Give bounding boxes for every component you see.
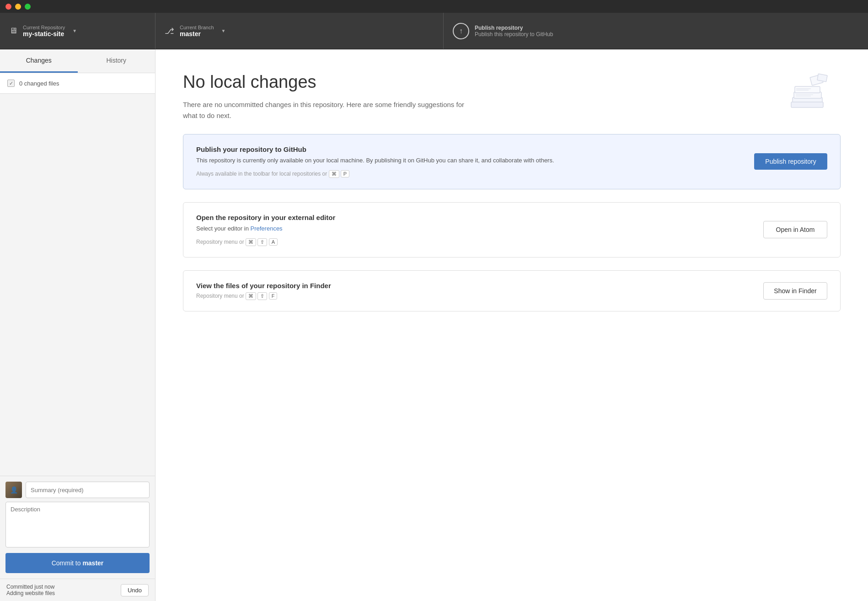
status-bar: Committed just now Adding website files … <box>0 579 155 601</box>
publish-info: Publish repository Publish this reposito… <box>475 25 553 38</box>
publish-icon: ↑ <box>453 23 469 39</box>
commit-button[interactable]: Commit to master <box>5 553 150 573</box>
main-content: No local changes There are no uncommitte… <box>155 49 868 601</box>
svg-rect-5 <box>817 74 827 81</box>
editor-card: Open the repository in your external edi… <box>183 202 841 258</box>
illustration <box>786 72 841 120</box>
select-all-checkbox[interactable]: ✓ <box>7 80 15 87</box>
no-changes-desc: There are no uncommitted changes in this… <box>183 99 476 121</box>
finder-card: View the files of your repository in Fin… <box>183 270 841 311</box>
commit-status: Committed just now Adding website files <box>6 584 55 596</box>
undo-button[interactable]: Undo <box>121 584 149 596</box>
publish-desc: Publish this repository to GitHub <box>475 31 553 38</box>
show-in-finder-button[interactable]: Show in Finder <box>763 282 827 300</box>
editor-card-title: Open the repository in your external edi… <box>196 214 754 221</box>
publish-repo-button[interactable]: Publish repository <box>754 153 827 170</box>
preferences-link[interactable]: Preferences <box>251 225 283 232</box>
finder-kbd1: ⌘ <box>246 292 256 300</box>
publish-card-content: Publish your repository to GitHub This r… <box>196 145 745 178</box>
editor-card-hint: Repository menu or ⌘ ⇧ A <box>196 238 754 246</box>
finder-card-content: View the files of your repository in Fin… <box>196 282 754 300</box>
finder-card-title: View the files of your repository in Fin… <box>196 282 754 290</box>
publish-title: Publish repository <box>475 25 553 31</box>
toolbar: 🖥 Current Repository my-static-site ▼ ⎇ … <box>0 13 868 49</box>
commit-area: 👤 Commit to master <box>0 476 155 579</box>
description-textarea[interactable] <box>5 502 150 547</box>
close-button[interactable] <box>5 4 11 10</box>
publish-card-title: Publish your repository to GitHub <box>196 145 745 153</box>
titlebar <box>0 0 868 13</box>
publish-card-hint: Always available in the toolbar for loca… <box>196 170 745 178</box>
branch-label: Current Branch <box>180 25 214 30</box>
minimize-button[interactable] <box>15 4 21 10</box>
commit-message: Adding website files <box>6 590 55 596</box>
current-repo-section[interactable]: 🖥 Current Repository my-static-site ▼ <box>0 13 155 49</box>
avatar: 👤 <box>5 482 22 498</box>
repo-info: Current Repository my-static-site <box>23 25 65 38</box>
branch-chevron-icon: ▼ <box>221 28 226 33</box>
editor-kbd2: ⇧ <box>257 238 267 246</box>
current-branch-section[interactable]: ⎇ Current Branch master ▼ <box>155 13 444 49</box>
sidebar-tabs: Changes History <box>0 49 155 73</box>
finder-kbd2: ⇧ <box>257 292 267 300</box>
tab-changes[interactable]: Changes <box>0 49 78 73</box>
sidebar: Changes History ✓ 0 changed files 👤 <box>0 49 155 601</box>
repo-chevron-icon: ▼ <box>72 28 77 33</box>
commit-time: Committed just now <box>6 584 55 590</box>
svg-rect-3 <box>795 86 820 93</box>
open-in-atom-button[interactable]: Open in Atom <box>763 221 827 238</box>
commit-branch-name: master <box>82 559 103 567</box>
summary-input[interactable] <box>26 482 150 498</box>
changed-files-count: 0 changed files <box>19 80 59 87</box>
repo-name: my-static-site <box>23 30 65 38</box>
finder-kbd3: F <box>269 292 278 300</box>
editor-card-desc: Select your editor in Preferences <box>196 224 754 234</box>
publish-card-desc: This repository is currently only availa… <box>196 156 745 166</box>
publish-card: Publish your repository to GitHub This r… <box>183 134 841 189</box>
branch-info: Current Branch master <box>180 25 214 38</box>
main-layout: Changes History ✓ 0 changed files 👤 <box>0 49 868 601</box>
tab-history[interactable]: History <box>78 49 155 73</box>
editor-kbd3: A <box>269 238 278 246</box>
commit-summary-row: 👤 <box>5 482 150 498</box>
no-changes-title: No local changes <box>183 72 841 92</box>
editor-card-content: Open the repository in your external edi… <box>196 214 754 246</box>
branch-name: master <box>180 30 214 38</box>
repo-icon: 🖥 <box>9 26 17 36</box>
maximize-button[interactable] <box>25 4 31 10</box>
publish-repo-section[interactable]: ↑ Publish repository Publish this reposi… <box>444 13 868 49</box>
finder-card-hint: Repository menu or ⌘ ⇧ F <box>196 292 754 300</box>
repo-label: Current Repository <box>23 25 65 30</box>
publish-kbd2: P <box>341 170 349 177</box>
editor-kbd1: ⌘ <box>246 238 256 246</box>
changed-files-row: ✓ 0 changed files <box>0 73 155 94</box>
files-list-area <box>0 94 155 476</box>
svg-rect-2 <box>791 102 823 107</box>
branch-icon: ⎇ <box>165 26 174 36</box>
commit-button-label: Commit to master <box>52 559 104 567</box>
publish-kbd1: ⌘ <box>329 170 339 178</box>
